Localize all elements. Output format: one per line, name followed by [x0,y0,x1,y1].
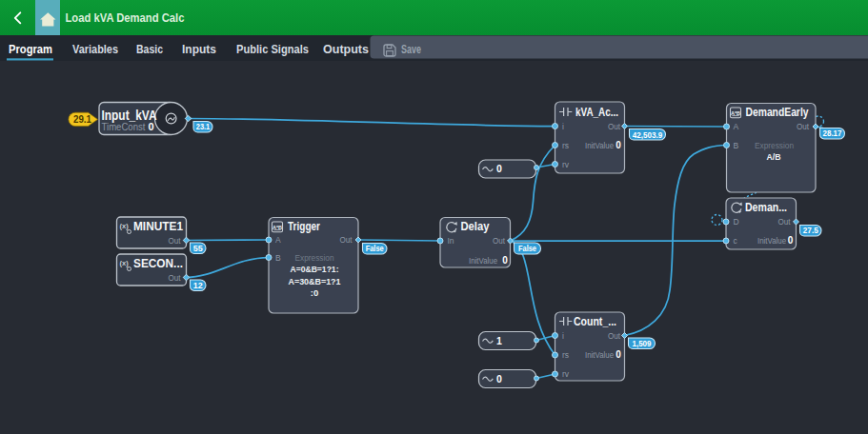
svg-text:rs: rs [562,350,569,360]
svg-text:InitValue: InitValue [469,256,497,266]
svg-text:23.1: 23.1 [196,122,211,131]
svg-text:Out: Out [340,235,353,245]
svg-text:False: False [518,244,536,253]
svg-text:InitValue: InitValue [757,236,786,246]
svg-text:Program: Program [9,43,52,56]
svg-text:Out: Out [797,122,810,131]
svg-text::0: :0 [311,287,318,298]
svg-text:In: In [448,236,454,246]
svg-text:Out: Out [608,122,621,131]
svg-text:Out: Out [493,236,506,246]
svg-text:i: i [562,122,564,131]
svg-text:Out: Out [169,273,182,283]
svg-text:rs: rs [562,141,569,150]
svg-text:0: 0 [496,373,502,385]
svg-text:Save: Save [401,43,421,56]
svg-text:Trigger: Trigger [288,219,320,233]
svg-text:Variables: Variables [72,43,118,56]
svg-text:Basic: Basic [136,43,163,56]
svg-text:28.17: 28.17 [823,128,842,138]
svg-text:MINUTE1: MINUTE1 [133,219,183,233]
svg-text:rv: rv [562,369,570,379]
svg-text:False: False [366,244,384,253]
svg-text:0: 0 [616,349,621,360]
svg-text:i: i [562,331,564,341]
svg-text:B: B [275,253,281,263]
svg-text:TimeConst: TimeConst [102,122,146,132]
svg-text:0: 0 [788,235,794,246]
svg-text:Public Signals: Public Signals [236,43,309,56]
svg-text:Out: Out [778,217,792,227]
svg-text:A=0&B=1?1:: A=0&B=1?1: [291,264,339,274]
svg-text:DemandEarly: DemandEarly [746,105,810,119]
svg-text:D: D [734,217,739,227]
svg-text:Delay: Delay [461,219,491,233]
svg-text:0: 0 [502,255,508,266]
svg-text:InitValue: InitValue [585,141,614,150]
svg-text:A/B: A/B [767,151,781,162]
svg-text:0: 0 [616,140,621,150]
svg-text:A: A [275,235,281,245]
svg-text:B: B [734,141,739,150]
svg-text:Count_...: Count_... [574,314,616,328]
svg-text:Expression: Expression [755,141,794,150]
svg-text:(x): (x) [120,222,130,230]
svg-text:Out: Out [608,331,621,341]
svg-text:Deman...: Deman... [745,200,787,214]
svg-text:Load kVA Demand Calc: Load kVA Demand Calc [66,10,185,25]
svg-text:42,503.9: 42,503.9 [633,130,663,140]
svg-text:Expression: Expression [295,253,334,263]
svg-text:0: 0 [496,163,502,174]
svg-text:Outputs: Outputs [323,43,369,56]
svg-text:A: A [734,122,739,131]
svg-text:InitValue: InitValue [585,350,614,360]
svg-text:rv: rv [562,160,570,169]
svg-text:29.1: 29.1 [73,114,91,125]
svg-text:Inputs: Inputs [182,43,216,56]
svg-text:kVA_Ac...: kVA_Ac... [575,105,618,119]
svg-text:A*B: A*B [731,110,740,116]
svg-text:Out: Out [169,236,182,246]
svg-text:0: 0 [149,121,154,132]
svg-text:SECON...: SECON... [133,256,183,270]
svg-text:A=30&B=1?1: A=30&B=1?1 [289,276,342,286]
svg-text:1,509: 1,509 [633,339,652,348]
svg-text:12: 12 [193,281,203,290]
svg-text:27.5: 27.5 [803,226,818,235]
svg-text:(x): (x) [120,259,130,267]
svg-text:1: 1 [496,335,502,346]
svg-text:55: 55 [193,244,203,253]
svg-text:A*B: A*B [273,225,282,230]
